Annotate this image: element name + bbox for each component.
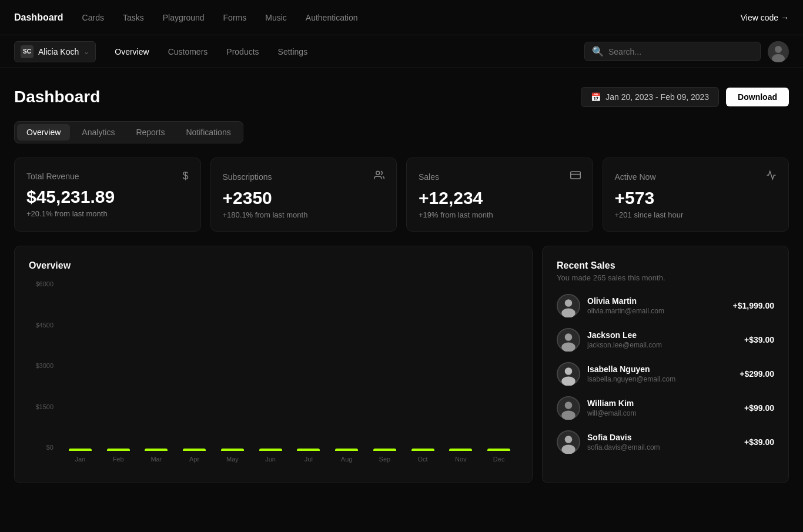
sale-info: Isabella Nguyen isabella.nguyen@email.co… [587,364,732,383]
bar-group-aug [327,449,366,451]
metric-card-header-active: Active Now [615,170,777,183]
bar-group-jan [61,449,99,451]
sale-amount: +$39.00 [744,335,774,344]
recent-sales-card: Recent Sales You made 265 sales this mon… [542,246,789,483]
sale-name: Sofia Davis [587,433,737,442]
dollar-icon: $ [182,170,188,182]
date-range-label: Jan 20, 2023 - Feb 09, 2023 [605,92,709,102]
metric-value-sales: +12,234 [419,188,581,208]
sale-avatar [557,294,580,317]
tab-reports[interactable]: Reports [126,124,174,140]
bar-group-mar [138,449,176,451]
sale-item: Jackson Lee jackson.lee@email.com +$39.0… [557,328,774,352]
sub-nav: SC Alicia Koch ⌄ Overview Customers Prod… [0,35,803,68]
sale-amount: +$99.00 [744,403,774,413]
bar-group-sep [366,449,404,451]
bar-sep [373,449,396,451]
metric-value-active: +573 [615,188,777,208]
sale-name: Isabella Nguyen [587,364,732,374]
sub-nav-customers[interactable]: Customers [168,47,208,56]
dashboard-header: Dashboard 📅 Jan 20, 2023 - Feb 09, 2023 … [14,87,789,107]
metric-label-sales: Sales [419,172,439,182]
users-icon [374,170,384,183]
svg-point-8 [561,309,575,318]
sale-amount: +$299.00 [740,369,774,379]
metric-change-subscriptions: +180.1% from last month [223,210,385,219]
nav-item-forms[interactable]: Forms [223,13,247,22]
svg-point-11 [561,343,575,352]
svg-point-16 [565,401,573,409]
metric-value-revenue: $45,231.89 [26,187,189,207]
bar-mar [145,449,168,451]
search-input[interactable] [608,47,753,56]
bar-may [221,449,244,451]
workspace-selector[interactable]: SC Alicia Koch ⌄ [14,41,96,62]
svg-point-7 [565,299,573,307]
tab-overview[interactable]: Overview [17,124,70,140]
sale-email: olivia.martin@email.com [587,307,726,315]
user-avatar[interactable] [768,41,789,62]
sub-nav-settings[interactable]: Settings [278,47,308,56]
sale-avatar [557,328,580,352]
sale-name: William Kim [587,399,737,408]
sale-email: isabella.nguyen@email.com [587,375,732,383]
sale-amount: +$1,999.00 [733,301,774,310]
search-box[interactable]: 🔍 [584,42,761,61]
bar-dec [487,449,510,451]
svg-point-10 [565,333,573,341]
x-label-jul: Jul [290,452,328,469]
sale-email: sofia.davis@email.com [587,443,737,451]
x-label-oct: Oct [404,452,442,469]
chart-title: Overview [29,260,518,271]
nav-item-cards[interactable]: Cards [82,13,104,22]
date-range-picker[interactable]: 📅 Jan 20, 2023 - Feb 09, 2023 [581,87,719,107]
svg-point-14 [561,377,575,386]
metric-card-header-subscriptions: Subscriptions [223,170,385,183]
svg-point-20 [561,445,575,454]
metric-card-subscriptions: Subscriptions +2350 +180.1% from last mo… [210,158,397,232]
workspace-name: Alicia Koch [38,47,79,56]
chart-card: Overview $0 $1500 $3000 $4500 $6000 JanF… [14,246,533,483]
svg-point-13 [565,367,573,375]
svg-point-1 [775,46,782,53]
bar-group-may [213,449,252,451]
sale-email: jackson.lee@email.com [587,341,737,349]
nav-item-tasks[interactable]: Tasks [123,13,144,22]
svg-point-17 [561,411,575,420]
tab-notifications[interactable]: Notifications [176,124,240,140]
bar-nov [449,449,472,451]
main-content: Dashboard 📅 Jan 20, 2023 - Feb 09, 2023 … [0,68,803,502]
metric-card-header-revenue: Total Revenue $ [26,170,189,182]
metric-label-active: Active Now [615,172,656,182]
bottom-section: Overview $0 $1500 $3000 $4500 $6000 JanF… [14,246,789,483]
bar-aug [335,449,358,451]
sub-nav-overview[interactable]: Overview [115,47,149,56]
sale-item: William Kim will@email.com +$99.00 [557,396,774,420]
bar-group-dec [480,449,518,451]
x-label-sep: Sep [366,452,404,469]
metric-change-sales: +19% from last month [419,210,581,219]
tab-analytics[interactable]: Analytics [72,124,124,140]
x-label-aug: Aug [327,452,366,469]
download-button[interactable]: Download [726,88,789,106]
svg-point-3 [376,171,380,175]
metric-change-active: +201 since last hour [615,210,777,219]
nav-item-authentication[interactable]: Authentication [306,13,358,22]
header-actions: 📅 Jan 20, 2023 - Feb 09, 2023 Download [581,87,789,107]
recent-sales-title: Recent Sales [557,260,774,271]
sale-avatar [557,430,580,454]
sale-info: William Kim will@email.com [587,399,737,417]
bar-group-oct [404,449,442,451]
nav-item-music[interactable]: Music [265,13,287,22]
x-label-apr: Apr [175,452,213,469]
sub-nav-products[interactable]: Products [226,47,259,56]
view-code-button[interactable]: View code → [741,13,789,22]
chart-area: $0 $1500 $3000 $4500 $6000 JanFebMarAprM… [29,280,518,469]
nav-item-playground[interactable]: Playground [163,13,205,22]
sale-info: Jackson Lee jackson.lee@email.com [587,330,737,349]
metric-card-revenue: Total Revenue $ $45,231.89 +20.1% from l… [14,158,201,232]
chevron-down-icon: ⌄ [83,48,89,56]
y-axis-labels: $0 $1500 $3000 $4500 $6000 [29,280,58,451]
bar-apr [183,449,206,451]
y-label-4500: $4500 [29,322,58,329]
